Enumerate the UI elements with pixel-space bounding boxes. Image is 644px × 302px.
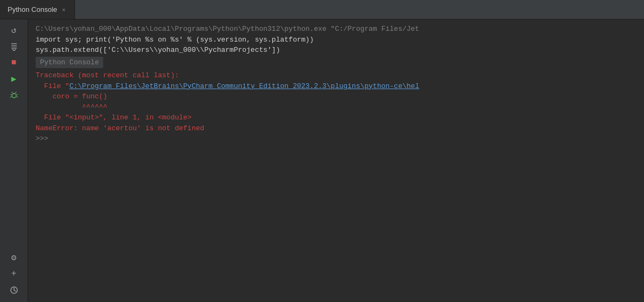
history-icon[interactable]	[5, 283, 23, 298]
console-line: import sys; print('Python %s on %s' % (s…	[28, 35, 644, 45]
console-line-error: Traceback (most recent call last):	[28, 70, 644, 81]
console-output: C:\Users\yohan_000\AppData\Local\Program…	[28, 19, 644, 302]
console-line-error: ^^^^^^	[28, 102, 644, 113]
add-icon[interactable]: +	[5, 266, 23, 281]
settings-icon[interactable]: ⚙	[5, 250, 23, 265]
console-line: sys.path.extend(['C:\\Users\\yohan_000\\…	[28, 45, 644, 56]
svg-line-4	[12, 92, 12, 93]
toolbar: ↺ ■ ▶ ⚙ +	[0, 19, 28, 302]
file-link[interactable]: C:\Program Files\JetBrains\PyCharm Commu…	[69, 82, 419, 90]
svg-line-5	[16, 92, 16, 93]
console-prompt[interactable]: >>>	[28, 133, 644, 144]
console-line-error: NameError: name 'acertou' is not defined	[28, 123, 644, 134]
debug-icon[interactable]	[5, 88, 23, 103]
python-console-label: Python Console	[36, 57, 103, 69]
python-console-tab[interactable]: Python Console ×	[0, 0, 75, 19]
console-label-line: Python Console	[28, 56, 644, 71]
scroll-to-end-icon[interactable]	[5, 39, 23, 54]
main-area: ↺ ■ ▶ ⚙ +	[0, 19, 644, 302]
tab-close-button[interactable]: ×	[61, 6, 67, 14]
console-line-error: coro = func()	[28, 91, 644, 102]
svg-line-8	[10, 97, 11, 97]
tab-label: Python Console	[8, 5, 57, 14]
stop-icon[interactable]: ■	[5, 55, 23, 70]
reload-icon[interactable]: ↺	[5, 23, 23, 38]
svg-line-9	[17, 97, 18, 97]
console-line: C:\Users\yohan_000\AppData\Local\Program…	[28, 24, 644, 35]
tab-bar: Python Console ×	[0, 0, 644, 19]
console-line-file: File "C:\Program Files\JetBrains\PyCharm…	[28, 81, 644, 92]
console-line-error: File "<input>", line 1, in <module>	[28, 112, 644, 123]
run-icon[interactable]: ▶	[5, 71, 23, 86]
